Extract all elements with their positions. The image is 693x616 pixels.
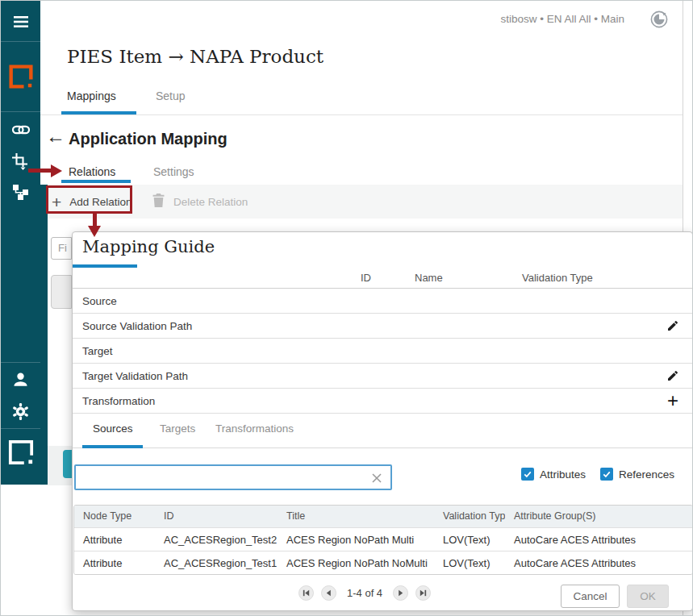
table-row[interactable]: Attribute AC_ACESRegion_Test1 ACES Regio… <box>74 551 692 574</box>
search-input[interactable] <box>74 464 392 490</box>
section-heading: Application Mapping <box>69 130 228 148</box>
tab-relations[interactable]: Relations <box>69 165 115 178</box>
filter-checkboxes: Attributes References <box>521 468 674 481</box>
checkbox-checked-icon <box>521 468 534 481</box>
mapping-row-target[interactable]: Target <box>73 339 693 364</box>
menu-icon[interactable] <box>1 11 40 32</box>
annotation-arrowhead-right <box>51 164 62 177</box>
last-page-icon[interactable] <box>415 585 431 601</box>
results-table-header: Node Type ID Title Validation Type Attri… <box>74 506 692 527</box>
settings-gear-icon[interactable] <box>1 401 40 422</box>
references-checkbox[interactable]: References <box>600 468 674 481</box>
delete-relation-label: Delete Relation <box>173 196 248 208</box>
ok-button[interactable]: OK <box>627 585 669 608</box>
column-id: ID <box>361 272 371 284</box>
hierarchy-icon[interactable] <box>1 181 40 202</box>
add-plus-icon[interactable]: + <box>665 393 681 409</box>
annotation-arrow-dialog <box>93 213 97 227</box>
tab-transformations[interactable]: Transformations <box>215 422 294 435</box>
edit-pencil-icon[interactable] <box>665 368 681 384</box>
column-name: Name <box>415 272 443 284</box>
hidden-button-partial[interactable] <box>51 275 72 309</box>
relations-toolbar: + Add Relation Delete Relation <box>40 185 683 219</box>
annotation-arrowhead-down <box>88 226 101 237</box>
back-arrow-icon[interactable]: ← <box>46 127 65 146</box>
mapping-table-header: ID Name Validation Type <box>73 268 693 289</box>
mapping-row-transformation[interactable]: Transformation + <box>73 389 693 414</box>
page-title: PIES Item → NAPA Product <box>67 46 324 67</box>
sidebar-edge-strip <box>40 185 48 485</box>
sidebar <box>1 1 40 485</box>
trash-icon <box>152 193 165 210</box>
filter-input-partial[interactable]: Fi <box>51 237 72 260</box>
mapping-guide-dialog: Mapping Guide ID Name Validation Type So… <box>72 231 693 611</box>
stibo-step-logo[interactable] <box>1 64 40 89</box>
tab-mappings[interactable]: Mappings <box>67 89 116 102</box>
column-validation-type: Validation Type <box>522 272 593 284</box>
mapping-row-source[interactable]: Source <box>73 289 693 314</box>
pagination: 1-4 of 4 <box>298 585 431 601</box>
next-page-icon[interactable] <box>393 585 408 601</box>
application-window: stibosw • EN All All • Main PIES Item → … <box>0 0 693 616</box>
previous-page-icon[interactable] <box>321 585 336 601</box>
first-page-icon[interactable] <box>298 585 314 601</box>
tab-targets[interactable]: Targets <box>160 422 195 435</box>
tab-sources[interactable]: Sources <box>93 422 133 435</box>
results-table: Node Type ID Title Validation Type Attri… <box>73 505 693 575</box>
delete-relation-button[interactable]: Delete Relation <box>152 185 248 219</box>
tab-sources-active-indicator <box>82 445 143 448</box>
clear-search-icon[interactable] <box>370 472 383 485</box>
divider <box>40 114 683 115</box>
stibo-step-logo-white[interactable] <box>1 438 40 467</box>
annotation-box-add-relation <box>46 185 132 214</box>
hidden-teal-button-partial[interactable] <box>63 450 72 478</box>
cancel-button[interactable]: Cancel <box>561 585 620 608</box>
link-icon[interactable] <box>1 120 40 139</box>
edit-pencil-icon[interactable] <box>665 318 681 334</box>
tab-settings[interactable]: Settings <box>153 165 194 178</box>
history-icon[interactable] <box>649 10 669 29</box>
mapping-row-target-validation-path[interactable]: Target Validation Path <box>73 364 693 389</box>
tab-relations-active-indicator <box>61 180 131 183</box>
mapping-row-source-validation-path[interactable]: Source Validation Path <box>73 314 693 339</box>
user-icon[interactable] <box>1 368 40 389</box>
dialog-title: Mapping Guide <box>82 237 215 256</box>
annotation-arrow-relations <box>28 169 52 173</box>
tab-setup[interactable]: Setup <box>156 89 186 102</box>
table-row[interactable]: Attribute AC_ACESRegion_Test2 ACES Regio… <box>74 527 692 551</box>
attributes-checkbox[interactable]: Attributes <box>521 468 586 481</box>
checkbox-checked-icon <box>600 468 613 481</box>
dialog-tab-bar: Sources Targets Transformations <box>73 414 693 448</box>
pagination-label: 1-4 of 4 <box>347 587 382 599</box>
user-context-label: stibosw • EN All All • Main <box>500 13 624 25</box>
